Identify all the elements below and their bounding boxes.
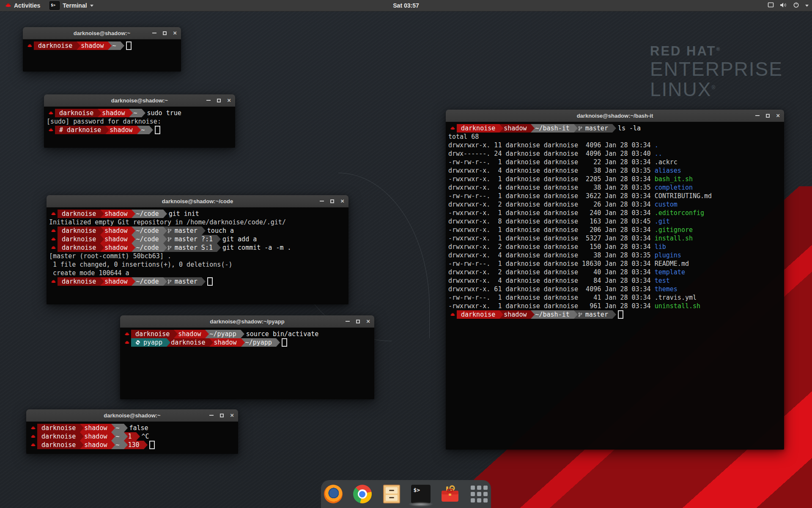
directory-name: plugins xyxy=(655,251,681,260)
terminal-line: drwxrwxr-x. 8 darknoise darknoise 163 Ja… xyxy=(448,217,784,226)
executable-name: .editorconfig xyxy=(655,209,704,217)
output-text: drwxrwxr-x. 11 darknoise darknoise 4096 … xyxy=(448,141,655,149)
close-button[interactable]: × xyxy=(340,199,344,203)
close-button[interactable]: × xyxy=(227,98,231,102)
dock-app-grid[interactable] xyxy=(469,483,489,505)
directory-name: test xyxy=(655,276,670,285)
terminal-icon: $> xyxy=(411,485,431,503)
minimize-button[interactable] xyxy=(209,415,214,416)
minimize-button[interactable] xyxy=(206,100,211,101)
window-title: darknoise@shadow:~ xyxy=(111,97,168,104)
terminal-line: -rw-rw-r--. 1 darknoise darknoise 41 Jan… xyxy=(448,293,784,302)
redhat-prompt-icon xyxy=(448,124,457,133)
output-text: -rw-rw-r--. 1 darknoise darknoise 41 Jan… xyxy=(448,293,655,302)
window-titlebar[interactable]: darknoise@shadow:~× xyxy=(26,409,238,422)
toolbox-icon xyxy=(440,485,460,503)
window-titlebar[interactable]: darknoise@shadow:~/code× xyxy=(47,195,348,207)
volume-icon[interactable] xyxy=(780,2,787,9)
prompt-segment-git-branch: master xyxy=(574,124,612,133)
maximize-button[interactable] xyxy=(330,199,334,203)
redhat-prompt-icon xyxy=(49,235,58,243)
terminal-line: -rw-rw-r--. 1 darknoise darknoise 22 Jan… xyxy=(448,158,784,166)
power-icon[interactable] xyxy=(793,2,799,9)
terminal-line: drwxrwxr-x. 4 darknoise darknoise 38 Jan… xyxy=(448,251,784,260)
window-titlebar[interactable]: darknoise@shadow:~× xyxy=(44,94,235,107)
terminal-line: create mode 100644 a xyxy=(49,269,348,277)
prompt-segment-git-branch: master S:1 xyxy=(163,243,217,252)
terminal-line: darknoiseshadow~ xyxy=(25,41,181,50)
prompt-segment-user: darknoise xyxy=(34,41,77,50)
prompt-segment-user: darknoise xyxy=(131,330,174,338)
command-text: false xyxy=(129,424,148,432)
terminal-line: drwxrwxr-x. 2 darknoise darknoise 40 Jan… xyxy=(448,268,784,276)
terminal-line: darknoiseshadow~/codegit init xyxy=(49,210,348,218)
prompt-segment-host: darknoise xyxy=(457,124,499,133)
prompt-segment-user: darknoise xyxy=(58,210,100,218)
terminal-window-home-1: darknoise@shadow:~×darknoiseshadow~ xyxy=(23,27,181,71)
window-titlebar[interactable]: darknoise@shadow:~/pyapp× xyxy=(120,315,374,328)
file-name: .ackrc xyxy=(655,158,678,166)
redhat-prompt-icon xyxy=(29,432,37,441)
minimize-button[interactable] xyxy=(755,115,760,116)
prompt-segment-git-branch: master ?:1 xyxy=(163,235,217,243)
chrome-icon xyxy=(353,485,372,503)
minimize-button[interactable] xyxy=(152,33,156,33)
terminal-content[interactable]: darknoiseshadow~sudo true[sudo] password… xyxy=(44,107,235,148)
dock-terminal[interactable]: $> xyxy=(411,483,431,505)
firefox-icon xyxy=(324,485,343,503)
terminal-line: pyappdarknoiseshadow~/pyapp xyxy=(123,338,374,347)
redhat-prompt-icon xyxy=(29,424,37,432)
files-icon xyxy=(383,485,400,503)
window-icon[interactable] xyxy=(768,2,774,9)
dock-toolbox[interactable] xyxy=(440,483,460,505)
activities-button[interactable]: Activities xyxy=(0,0,45,11)
close-button[interactable]: × xyxy=(366,319,370,323)
directory-name: custom xyxy=(655,200,678,209)
terminal-cursor xyxy=(618,310,623,319)
terminal-line: drwxrwxr-x. 2 darknoise darknoise 150 Ja… xyxy=(448,243,784,251)
minimize-button[interactable] xyxy=(320,201,324,202)
minimize-button[interactable] xyxy=(346,321,350,322)
output-text: -rw-rw-r--. 1 darknoise darknoise 22 Jan… xyxy=(448,158,655,166)
terminal-content[interactable]: darknoiseshadow~falsedarknoiseshadow~1^C… xyxy=(26,422,238,454)
maximize-button[interactable] xyxy=(220,414,224,417)
prompt-segment-user: darknoise xyxy=(167,338,209,347)
output-text: create mode 100644 a xyxy=(49,269,129,277)
chevron-down-icon xyxy=(805,5,809,7)
terminal-content[interactable]: darknoiseshadow~ xyxy=(23,39,181,72)
prompt-segment-path: ~/code xyxy=(132,226,163,235)
clock[interactable]: Sat 03:57 xyxy=(393,2,419,9)
app-menu-terminal[interactable]: $> Terminal xyxy=(45,0,97,11)
maximize-button[interactable] xyxy=(766,114,770,118)
window-titlebar[interactable]: darknoise@shadow:~/bash-it× xyxy=(446,110,784,122)
close-button[interactable]: × xyxy=(776,113,780,118)
terminal-line: drwxrwxr-x. 4 darknoise darknoise 84 Jan… xyxy=(448,276,784,285)
dock-chrome[interactable] xyxy=(352,483,373,505)
prompt-segment-user: darknoise xyxy=(37,432,80,441)
maximize-button[interactable] xyxy=(356,320,360,323)
terminal-line: -rw-rw-r--. 1 darknoise darknoise 3622 J… xyxy=(448,192,784,200)
redhat-prompt-icon xyxy=(123,330,131,338)
maximize-button[interactable] xyxy=(217,99,221,102)
prompt-segment-host: shadow xyxy=(105,126,137,134)
maximize-button[interactable] xyxy=(163,31,167,35)
close-button[interactable]: × xyxy=(173,31,177,35)
dock-files[interactable] xyxy=(381,483,402,505)
system-status-area[interactable] xyxy=(768,0,809,11)
terminal-content[interactable]: darknoiseshadow~/bash-itmasterls -latota… xyxy=(446,122,784,450)
output-text: drwxrwxr-x. 4 darknoise darknoise 38 Jan… xyxy=(448,183,655,192)
window-title: darknoise@shadow:~/code xyxy=(162,198,233,204)
terminal-line: drwxrwxr-x. 2 darknoise darknoise 26 Jan… xyxy=(448,200,784,209)
directory-name: aliases xyxy=(655,166,681,175)
prompt-segment-host: shadow xyxy=(100,277,132,286)
terminal-line: drwxrwxr-x. 4 darknoise darknoise 38 Jan… xyxy=(448,183,784,192)
close-button[interactable]: × xyxy=(230,413,234,417)
redhat-prompt-icon xyxy=(29,441,37,449)
dock-firefox[interactable] xyxy=(323,483,343,505)
redhat-prompt-icon xyxy=(49,210,58,218)
terminal-content[interactable]: darknoiseshadow~/codegit initInitialized… xyxy=(47,207,348,304)
terminal-content[interactable]: darknoiseshadow~/pyappsource bin/activat… xyxy=(120,328,374,399)
executable-name: bash_it.sh xyxy=(655,175,693,183)
prompt-segment-host: shadow xyxy=(80,441,111,449)
window-titlebar[interactable]: darknoise@shadow:~× xyxy=(23,27,181,39)
